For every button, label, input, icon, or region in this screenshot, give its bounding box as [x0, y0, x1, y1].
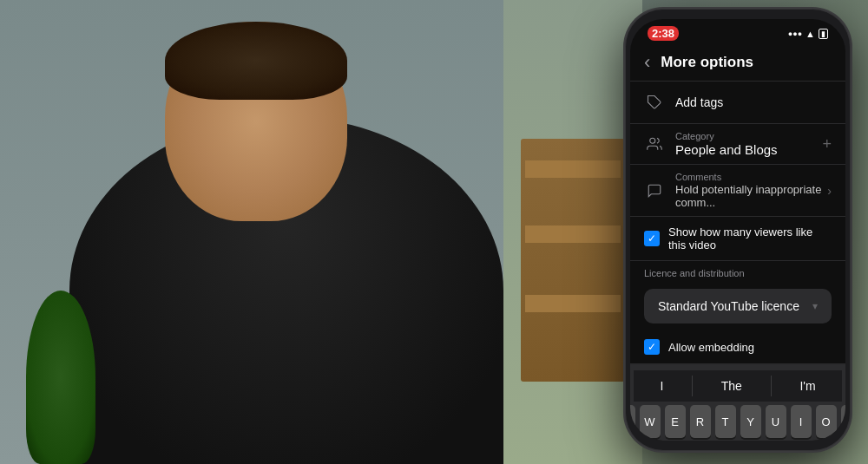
back-button[interactable]: ‹ [644, 51, 650, 74]
comments-item[interactable]: Comments Hold potentially inappropriate … [630, 165, 845, 217]
keyboard: I The I'm Q W E R T Y U [630, 365, 845, 441]
show-likes-checkbox[interactable]: ✓ [644, 231, 660, 246]
nav-title: More options [661, 54, 753, 71]
suggestion-im[interactable]: I'm [789, 376, 825, 396]
plant [26, 291, 95, 464]
phone-body: 2:38 ●●● ▲ ▮ ‹ More options [625, 9, 851, 451]
checkbox-check-icon: ✓ [648, 233, 656, 244]
add-tags-label: Add tags [675, 95, 723, 109]
key-w[interactable]: W [640, 405, 661, 438]
shelf-items3 [525, 295, 621, 312]
person-hair [165, 22, 347, 100]
tag-icon [644, 92, 665, 113]
battery-icon: ▮ [819, 29, 828, 39]
key-u[interactable]: U [766, 405, 786, 438]
show-likes-item[interactable]: ✓ Show how many viewers like this video [630, 217, 845, 261]
key-r[interactable]: R [690, 405, 711, 438]
key-o[interactable]: O [816, 405, 837, 438]
svg-point-1 [650, 138, 655, 143]
section-label: Licence and distribution [630, 261, 845, 282]
key-row-1: Q W E R T Y U I O P [634, 405, 842, 438]
comments-content: Comments Hold potentially inappropriate … [675, 172, 827, 209]
divider1 [692, 376, 693, 396]
licence-value: Standard YouTube licence [658, 299, 799, 313]
category-value: People and Blogs [675, 142, 822, 157]
divider2 [771, 376, 772, 396]
category-plus-icon: + [822, 135, 832, 154]
status-time: 2:38 [648, 26, 679, 41]
suggestion-the[interactable]: The [711, 376, 753, 396]
people-icon [644, 134, 665, 154]
signal-icon: ●●● [788, 29, 802, 38]
licence-dropdown[interactable]: Standard YouTube licence ▾ [644, 289, 832, 323]
nav-bar: ‹ More options [630, 44, 845, 82]
shelf-items [525, 160, 621, 178]
comments-value: Hold potentially inappropriate comm... [675, 183, 827, 209]
comments-chevron-icon: › [827, 184, 832, 198]
suggestion-i[interactable]: I [649, 376, 674, 396]
phone-device: 2:38 ●●● ▲ ▮ ‹ More options [625, 9, 851, 451]
key-p[interactable]: P [841, 405, 846, 438]
allow-embedding-label: Allow embedding [668, 341, 754, 354]
shelf-items2 [525, 225, 621, 243]
key-q[interactable]: Q [630, 405, 635, 438]
key-t[interactable]: T [715, 405, 736, 438]
add-tags-item[interactable]: Add tags [630, 82, 845, 124]
keyboard-suggestions: I The I'm [634, 370, 842, 402]
dropdown-arrow-icon: ▾ [812, 300, 818, 312]
comments-sublabel: Comments [675, 172, 827, 182]
status-icons: ●●● ▲ ▮ [788, 29, 828, 39]
key-y[interactable]: Y [740, 405, 761, 438]
allow-embedding-checkbox[interactable]: ✓ [644, 339, 660, 355]
show-likes-label: Show how many viewers like this video [668, 225, 832, 252]
category-content: Category People and Blogs [675, 131, 822, 157]
category-item[interactable]: Category People and Blogs + [630, 124, 845, 165]
key-e[interactable]: E [665, 405, 686, 438]
allow-embedding-item[interactable]: ✓ Allow embedding [630, 330, 845, 364]
embedding-check-icon: ✓ [648, 342, 656, 352]
status-bar: 2:38 ●●● ▲ ▮ [630, 19, 845, 44]
comment-icon [644, 180, 665, 201]
phone-screen: 2:38 ●●● ▲ ▮ ‹ More options [630, 19, 845, 441]
key-i[interactable]: I [791, 405, 812, 438]
wifi-icon: ▲ [806, 29, 815, 39]
category-sublabel: Category [675, 131, 822, 141]
